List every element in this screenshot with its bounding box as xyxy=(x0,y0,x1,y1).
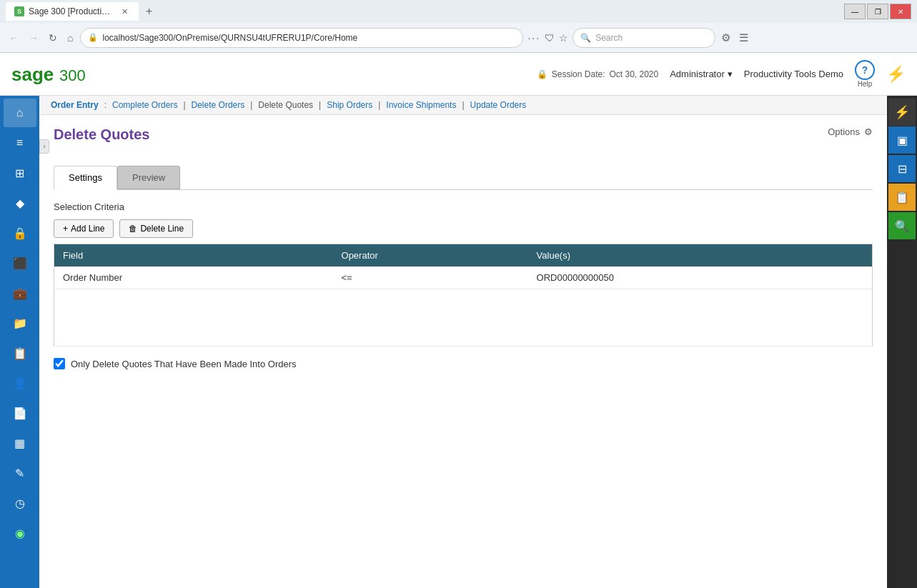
tab-bar: Settings Preview xyxy=(54,166,873,190)
add-icon: + xyxy=(63,224,68,234)
session-date-label: Session Date: xyxy=(552,69,605,79)
admin-dropdown[interactable]: Administrator ▾ xyxy=(670,69,733,79)
list-icon: ≡ xyxy=(16,136,23,149)
sage-logo: sage 300 xyxy=(11,63,86,86)
sidebar-item-document[interactable]: 📄 xyxy=(4,399,36,427)
new-tab-button[interactable]: + xyxy=(143,5,155,18)
maximize-button[interactable]: ❐ xyxy=(867,4,888,19)
sidebar-item-clipboard[interactable]: 📋 xyxy=(4,339,36,367)
delete-quotes-checkbox[interactable] xyxy=(54,358,65,369)
breadcrumb-delete-quotes[interactable]: Delete Quotes xyxy=(258,100,313,110)
options-button[interactable]: Options ⚙ xyxy=(828,126,873,137)
extensions-icon[interactable]: ⚙ xyxy=(720,30,732,46)
bookmark-icon[interactable]: ☆ xyxy=(559,32,568,44)
bank-icon: ⬛ xyxy=(13,256,27,270)
options-label: Options xyxy=(828,126,860,137)
criteria-table: Field Operator Value(s) Order Number <= … xyxy=(54,244,873,347)
logo-300: 300 xyxy=(59,66,86,84)
briefcase-icon: 💼 xyxy=(13,286,27,300)
sidebar-item-edit[interactable]: ✎ xyxy=(4,459,36,487)
right-tool-search[interactable]: 🔍 xyxy=(888,212,916,239)
sidebar-item-lock[interactable]: 🔒 xyxy=(4,219,36,247)
address-bar[interactable]: 🔒 localhost/Sage300/OnPremise/QURNSU4tUF… xyxy=(80,28,523,48)
forward-button[interactable]: → xyxy=(26,29,41,46)
sidebar-item-home[interactable]: ⌂ xyxy=(4,99,36,127)
breadcrumb-ship-orders[interactable]: Ship Orders xyxy=(327,100,372,110)
close-button[interactable]: ✕ xyxy=(890,4,911,19)
breadcrumb-update-orders[interactable]: Update Orders xyxy=(470,100,527,110)
table-header-row: Field Operator Value(s) xyxy=(54,244,873,267)
right-tool-screen1[interactable]: ▣ xyxy=(888,126,916,154)
shield-icon: 🛡 xyxy=(545,32,555,44)
window-controls: — ❐ ✕ xyxy=(844,4,911,19)
folder-icon: 📁 xyxy=(13,317,27,330)
home-button[interactable]: ⌂ xyxy=(64,29,76,46)
breadcrumb-delete-orders[interactable]: Delete Orders xyxy=(192,100,245,110)
clipboard-icon: 📋 xyxy=(13,347,27,360)
sidebar-item-person[interactable]: 👤 xyxy=(4,369,36,397)
search-placeholder: Search xyxy=(595,33,623,43)
cell-field: Order Number xyxy=(54,266,333,289)
right-tool-clipboard[interactable]: 📋 xyxy=(888,184,916,211)
grid-toolbar: + Add Line 🗑 Delete Line xyxy=(54,219,873,238)
refresh-button[interactable]: ↻ xyxy=(46,29,60,46)
tools-lightning-icon[interactable]: ⚡ xyxy=(886,65,906,84)
breadcrumb-module[interactable]: Order Entry xyxy=(51,100,99,110)
browser-chrome: S Sage 300 [Productivity Tools D... ✕ + … xyxy=(0,0,917,53)
cell-operator: <= xyxy=(333,266,528,289)
table-empty-row xyxy=(54,289,873,347)
lock-icon: 🔒 xyxy=(13,226,27,240)
screen1-icon: ▣ xyxy=(897,134,908,147)
logo-sage: sage xyxy=(11,64,54,85)
tab-close-btn[interactable]: ✕ xyxy=(119,6,130,17)
tab-preview[interactable]: Preview xyxy=(117,166,180,189)
right-search-icon: 🔍 xyxy=(895,219,909,233)
browser-toolbar: ⚙ ☰ xyxy=(720,30,750,46)
tab-settings[interactable]: Settings xyxy=(54,166,117,190)
menu-icon[interactable]: ☰ xyxy=(738,30,750,46)
sidebar-item-briefcase[interactable]: 💼 xyxy=(4,279,36,307)
table-row[interactable]: Order Number <= ORD00000000050 xyxy=(54,266,873,289)
main-content: Order Entry : Complete Orders | Delete O… xyxy=(39,96,887,588)
sidebar-item-folder[interactable]: 📁 xyxy=(4,309,36,337)
tab-favicon: S xyxy=(14,6,24,16)
left-sidebar: ⌂ ≡ ⊞ ◆ 🔒 ⬛ 💼 📁 📋 xyxy=(0,96,39,588)
address-more-btn[interactable]: ··· xyxy=(527,32,540,44)
delete-line-button[interactable]: 🗑 Delete Line xyxy=(119,219,193,238)
sage-application: sage 300 🔒 Session Date: Oct 30, 2020 Ad… xyxy=(0,53,917,588)
sidebar-collapse-btn[interactable]: › xyxy=(39,139,49,154)
sidebar-item-circle[interactable]: ◉ xyxy=(4,519,36,547)
checkbox-row: Only Delete Quotes That Have Been Made I… xyxy=(54,358,873,369)
checkbox-label[interactable]: Only Delete Quotes That Have Been Made I… xyxy=(71,359,297,369)
breadcrumb-separator: : xyxy=(104,100,106,110)
sidebar-item-clock[interactable]: ◷ xyxy=(4,489,36,517)
sidebar-item-bank[interactable]: ⬛ xyxy=(4,249,36,277)
header-right: 🔒 Session Date: Oct 30, 2020 Administrat… xyxy=(537,60,906,88)
help-button[interactable]: ? Help xyxy=(855,60,875,88)
breadcrumb-invoice-shipments[interactable]: Invoice Shipments xyxy=(386,100,456,110)
session-lock-icon: 🔒 xyxy=(537,69,547,79)
document-icon: 📄 xyxy=(13,407,27,420)
trash-icon: 🗑 xyxy=(129,224,137,234)
cell-value: ORD00000000050 xyxy=(528,266,873,289)
title-bar: S Sage 300 [Productivity Tools D... ✕ + … xyxy=(0,0,917,23)
page-title: Delete Quotes xyxy=(54,126,149,143)
search-box[interactable]: 🔍 Search xyxy=(572,28,715,48)
back-button[interactable]: ← xyxy=(6,29,21,46)
home-icon: ⌂ xyxy=(16,106,24,119)
sidebar-item-list[interactable]: ≡ xyxy=(4,129,36,157)
diamond-icon: ◆ xyxy=(16,196,24,210)
col-field: Field xyxy=(54,244,333,267)
sidebar-item-table[interactable]: ▦ xyxy=(4,429,36,457)
sidebar-item-grid[interactable]: ⊞ xyxy=(4,159,36,187)
minimize-button[interactable]: — xyxy=(844,4,866,19)
add-line-button[interactable]: + Add Line xyxy=(54,219,114,238)
active-tab[interactable]: S Sage 300 [Productivity Tools D... ✕ xyxy=(6,2,139,21)
right-tool-lightning[interactable]: ⚡ xyxy=(888,99,916,126)
ssl-icon: 🔒 xyxy=(88,33,98,42)
help-circle-icon: ? xyxy=(855,60,875,80)
right-tool-screen2[interactable]: ⊟ xyxy=(888,155,916,182)
sidebar-item-diamond[interactable]: ◆ xyxy=(4,189,36,217)
breadcrumb-complete-orders[interactable]: Complete Orders xyxy=(112,100,177,110)
col-operator: Operator xyxy=(333,244,528,267)
